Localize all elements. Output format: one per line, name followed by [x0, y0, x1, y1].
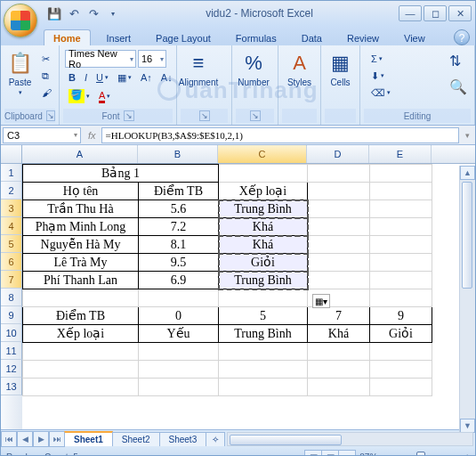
row-header[interactable]: 12 — [1, 360, 22, 378]
scroll-thumb[interactable] — [462, 182, 472, 289]
clear-button[interactable]: ⌫▾ — [367, 85, 394, 101]
row-header[interactable]: 1 — [1, 164, 22, 182]
cell[interactable]: Nguyễn Hà My — [23, 236, 139, 254]
row-header[interactable]: 3 — [1, 200, 22, 217]
vertical-scrollbar[interactable]: ▲ ▼ — [459, 166, 475, 433]
cell[interactable]: Yếu — [139, 325, 219, 343]
cell[interactable]: 5.6 — [139, 200, 219, 218]
number-dialog-launcher[interactable]: ↘ — [250, 110, 261, 121]
fill-button[interactable]: ⬇▾ — [367, 68, 388, 84]
row-header[interactable]: 13 — [1, 378, 22, 395]
undo-icon[interactable]: ↶ — [67, 6, 81, 20]
font-size-combo[interactable]: 16 — [138, 50, 166, 68]
cell[interactable]: Bảng 1 — [23, 165, 219, 183]
tab-view[interactable]: View — [395, 30, 434, 45]
col-header-b[interactable]: B — [138, 145, 218, 163]
decrease-font-icon[interactable]: A↓ — [157, 69, 176, 86]
row-header[interactable]: 2 — [1, 182, 22, 200]
tab-data[interactable]: Data — [293, 30, 331, 45]
help-icon[interactable]: ? — [454, 29, 470, 45]
font-dialog-launcher[interactable]: ↘ — [124, 110, 134, 121]
cell[interactable]: 9.5 — [139, 254, 219, 272]
cell[interactable]: Giỏi — [219, 254, 308, 272]
tab-insert[interactable]: Insert — [98, 30, 141, 45]
row-header[interactable]: 9 — [1, 306, 22, 324]
qat-more-icon[interactable]: ▾ — [106, 6, 120, 20]
sheet-tab[interactable]: Sheet1 — [64, 431, 113, 446]
minimize-button[interactable]: — — [399, 5, 422, 21]
cut-icon[interactable]: ✂ — [38, 51, 55, 67]
grid[interactable]: Bảng 1 Họ tên Điểm TB Xếp loại Trần Thu … — [22, 164, 432, 396]
row-header[interactable]: 10 — [1, 324, 22, 342]
sheet-tab[interactable]: Sheet2 — [112, 432, 160, 446]
horizontal-scrollbar[interactable] — [227, 432, 473, 446]
font-name-combo[interactable]: Times New Ro — [65, 50, 136, 68]
cell[interactable]: Điểm TB — [139, 183, 219, 200]
new-sheet-icon[interactable]: ✧ — [206, 432, 225, 446]
formula-input[interactable]: =HLOOKUP(B3,$A$9:$E$10,2,1) — [101, 127, 459, 143]
cell[interactable]: Điểm TB — [23, 307, 139, 325]
cell[interactable]: Giỏi — [370, 325, 432, 343]
cell[interactable]: Phạm Minh Long — [23, 218, 139, 236]
row-header[interactable]: 7 — [1, 271, 22, 289]
increase-font-icon[interactable]: A↑ — [137, 69, 156, 86]
select-all-button[interactable] — [1, 145, 22, 163]
find-select-icon[interactable]: 🔍 — [446, 77, 471, 97]
zoom-in-icon[interactable]: + — [464, 452, 470, 457]
cell[interactable]: Phí Thanh Lan — [23, 272, 139, 289]
format-painter-icon[interactable]: 🖌 — [38, 85, 55, 101]
underline-button[interactable]: U▾ — [93, 69, 112, 86]
office-button[interactable] — [4, 4, 37, 37]
number-button[interactable]: % Number — [236, 47, 271, 87]
row-header[interactable]: 4 — [1, 217, 22, 235]
fill-color-button[interactable]: 🪣▾ — [65, 87, 93, 105]
tab-nav-last-icon[interactable]: ⏭ — [49, 431, 65, 447]
col-header-c[interactable]: C — [218, 145, 307, 163]
tab-pagelayout[interactable]: Page Layout — [147, 30, 220, 45]
copy-icon[interactable]: ⧉ — [38, 68, 55, 84]
maximize-button[interactable]: ◻ — [424, 5, 447, 21]
cell[interactable]: 5 — [219, 307, 308, 325]
zoom-level[interactable]: 87% — [359, 452, 377, 457]
autofill-options-icon[interactable]: ▦▾ — [312, 294, 330, 308]
col-header-e[interactable]: E — [369, 145, 432, 163]
row-header[interactable]: 11 — [1, 342, 22, 360]
cell[interactable]: Khá — [308, 325, 370, 343]
styles-button[interactable]: A Styles — [282, 47, 317, 87]
cell[interactable]: Xếp loại — [23, 325, 139, 343]
cell[interactable]: Lê Trà My — [23, 254, 139, 272]
italic-button[interactable]: I — [81, 69, 91, 86]
tab-review[interactable]: Review — [338, 30, 388, 45]
cell[interactable]: 7 — [308, 307, 370, 325]
cell[interactable]: Khá — [219, 218, 308, 236]
view-normal-icon[interactable]: ▦ — [304, 450, 322, 456]
tab-home[interactable]: Home — [44, 29, 91, 45]
fx-icon[interactable]: fx — [88, 130, 96, 141]
redo-icon[interactable]: ↷ — [86, 6, 101, 20]
row-header[interactable]: 8 — [1, 289, 22, 306]
alignment-button[interactable]: ≡ Alignment — [181, 47, 216, 87]
cell[interactable]: 6.9 — [139, 272, 219, 289]
cell[interactable]: Trung Bình — [219, 272, 308, 289]
scroll-up-icon[interactable]: ▲ — [460, 166, 475, 180]
cell[interactable]: Trung Bình — [219, 325, 308, 343]
row-header[interactable]: 6 — [1, 253, 22, 271]
cells-button[interactable]: ▦ Cells — [325, 47, 356, 87]
cell[interactable]: 0 — [139, 307, 219, 325]
border-button[interactable]: ▦▾ — [114, 69, 135, 86]
zoom-out-icon[interactable]: − — [381, 452, 386, 457]
cell[interactable]: 8.1 — [139, 236, 219, 254]
cell[interactable]: Khá — [219, 236, 308, 254]
formula-expand-icon[interactable]: ▾ — [459, 131, 475, 140]
sort-filter-icon[interactable]: ⇅ — [446, 51, 471, 71]
cell[interactable]: Trần Thu Hà — [23, 200, 139, 218]
worksheet[interactable]: 1 2 3 4 5 6 7 8 9 10 11 12 13 Bảng 1 Họ … — [1, 164, 475, 429]
row-header[interactable]: 5 — [1, 235, 22, 253]
tab-nav-next-icon[interactable]: ▶ — [33, 431, 49, 447]
bold-button[interactable]: B — [65, 69, 79, 86]
view-layout-icon[interactable]: ▤ — [321, 450, 339, 456]
cell[interactable]: 7.2 — [139, 218, 219, 236]
col-header-a[interactable]: A — [22, 145, 138, 163]
alignment-dialog-launcher[interactable]: ↘ — [199, 110, 210, 121]
cell[interactable]: Trung Bình — [219, 200, 308, 218]
